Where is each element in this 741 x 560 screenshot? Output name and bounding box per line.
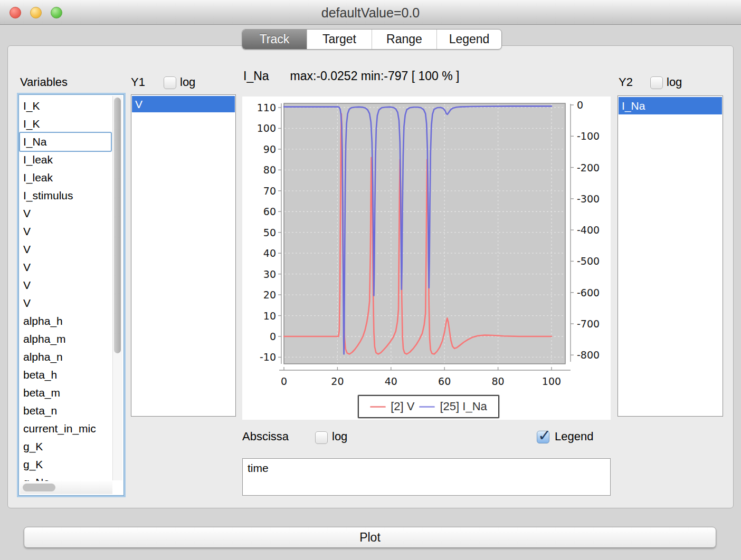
chart-plot[interactable]: 1101009080706050403020100-100-100-200-30… <box>242 96 611 420</box>
legend-swatch <box>370 406 386 408</box>
tab-legend[interactable]: Legend <box>436 30 501 49</box>
list-item[interactable]: V <box>20 205 111 223</box>
list-item[interactable]: V <box>20 276 111 294</box>
svg-text:-100: -100 <box>577 130 600 142</box>
legend-entry-label: [2] V <box>391 400 414 413</box>
variables-items: I_KI_KI_NaI_leakI_leakI_stimulusVVVVVVal… <box>20 97 111 491</box>
svg-text:0: 0 <box>577 99 583 111</box>
legend-entry-label: [25] I_Na <box>440 400 487 413</box>
legend-checkbox[interactable] <box>537 431 549 443</box>
chart-header: I_Na max:-0.0252 min:-797 [ 100 % ] <box>243 69 459 83</box>
chart-stats: max:-0.0252 min:-797 [ 100 % ] <box>290 69 460 83</box>
list-item[interactable]: g_K <box>20 456 111 474</box>
vertical-scrollbar[interactable] <box>112 96 122 480</box>
svg-text:60: 60 <box>263 206 276 217</box>
variables-list[interactable]: I_KI_KI_NaI_leakI_leakI_stimulusVVVVVVal… <box>18 94 124 496</box>
scrollbar-thumb[interactable] <box>23 484 55 491</box>
svg-text:80: 80 <box>263 164 276 176</box>
list-item[interactable]: beta_h <box>20 366 111 384</box>
svg-text:100: 100 <box>542 375 561 387</box>
list-item[interactable]: I_stimulus <box>20 187 111 205</box>
svg-text:-200: -200 <box>577 162 600 173</box>
svg-text:20: 20 <box>331 375 344 387</box>
list-item[interactable]: alpha_n <box>20 348 111 366</box>
svg-text:90: 90 <box>263 143 276 155</box>
abscissa-value-list[interactable]: time <box>242 458 611 496</box>
y1-log-label: log <box>180 75 195 89</box>
list-item[interactable]: alpha_m <box>20 330 111 348</box>
svg-text:0: 0 <box>281 375 287 387</box>
abscissa-value[interactable]: time <box>248 462 269 474</box>
legend-swatch <box>419 406 435 408</box>
svg-text:-400: -400 <box>577 224 600 236</box>
list-item[interactable]: I_K <box>20 115 111 133</box>
list-item[interactable]: I_Na <box>19 132 112 152</box>
list-item[interactable]: V <box>20 258 111 276</box>
y2-log-checkbox[interactable] <box>650 76 663 89</box>
title-bar: defaultValue=0.0 <box>0 0 741 25</box>
chart-variable: I_Na <box>243 69 269 83</box>
chart-panel: 1101009080706050403020100-100-100-200-30… <box>242 96 611 420</box>
svg-text:-500: -500 <box>577 255 600 267</box>
y2-label: Y2 <box>619 75 633 89</box>
abscissa-log-checkbox[interactable] <box>315 431 328 444</box>
svg-text:10: 10 <box>263 310 276 322</box>
list-item[interactable]: g_K <box>20 438 111 456</box>
tab-range[interactable]: Range <box>372 30 436 49</box>
tab-track[interactable]: Track <box>242 30 307 49</box>
svg-text:-600: -600 <box>577 287 600 298</box>
svg-text:110: 110 <box>257 102 276 113</box>
svg-text:0: 0 <box>270 331 276 342</box>
list-item-selected[interactable]: I_Na <box>619 97 722 114</box>
svg-text:70: 70 <box>263 185 276 197</box>
app-window: defaultValue=0.0 Track Target Range Lege… <box>0 0 741 560</box>
svg-text:50: 50 <box>263 227 276 238</box>
y2-list[interactable]: I_Na <box>618 95 723 417</box>
y1-log-checkbox[interactable] <box>164 76 176 89</box>
svg-text:40: 40 <box>385 375 397 387</box>
chart-legend: [2] V[25] I_Na <box>358 395 499 418</box>
window-title: defaultValue=0.0 <box>0 5 741 21</box>
scrollbar-thumb[interactable] <box>114 98 121 353</box>
list-item[interactable]: beta_n <box>20 402 111 420</box>
svg-text:-700: -700 <box>577 318 600 330</box>
list-item[interactable]: V <box>20 223 111 240</box>
plot-button[interactable]: Plot <box>24 527 716 548</box>
y2-log-label: log <box>667 75 682 89</box>
list-item[interactable]: alpha_h <box>20 312 111 330</box>
abscissa-log-label: log <box>332 430 347 443</box>
svg-text:-300: -300 <box>577 193 600 205</box>
svg-text:-10: -10 <box>260 351 276 363</box>
y1-label: Y1 <box>131 75 145 89</box>
list-item[interactable]: I_leak <box>20 169 111 187</box>
tab-bar: Track Target Range Legend <box>242 29 502 50</box>
list-item[interactable]: V <box>20 240 111 258</box>
svg-text:20: 20 <box>263 289 276 301</box>
horizontal-scrollbar[interactable] <box>20 481 112 494</box>
svg-text:60: 60 <box>438 375 451 387</box>
svg-text:80: 80 <box>492 375 505 387</box>
list-item-selected[interactable]: V <box>132 96 235 112</box>
abscissa-label: Abscissa <box>242 430 289 443</box>
tab-target[interactable]: Target <box>307 30 372 49</box>
list-item[interactable]: I_K <box>20 97 111 115</box>
variables-header: Variables <box>20 75 68 89</box>
list-item[interactable]: V <box>20 294 111 312</box>
svg-text:-800: -800 <box>577 349 600 361</box>
list-item[interactable]: beta_m <box>20 384 111 402</box>
legend-checkbox-label: Legend <box>555 430 593 443</box>
svg-text:40: 40 <box>263 247 276 259</box>
svg-text:100: 100 <box>257 122 276 134</box>
list-item[interactable]: current_in_mic <box>20 420 111 438</box>
list-item[interactable]: I_leak <box>20 151 111 169</box>
svg-text:30: 30 <box>263 268 276 280</box>
y1-list[interactable]: V <box>131 94 236 417</box>
